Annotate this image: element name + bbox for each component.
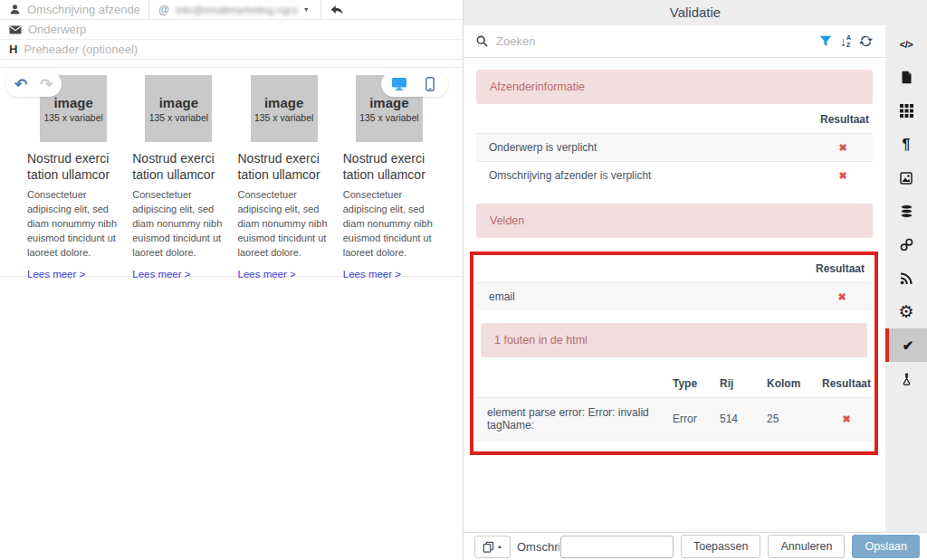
preview-column: image 135 x variabel Nostrud exerci tati… [238,75,330,281]
image-placeholder: image 135 x variabel [251,75,318,142]
gear-icon: ⚙ [898,301,913,322]
sender-email-redacted: info@emailmarketing.ngrai [176,5,298,15]
chevron-down-icon[interactable]: ▾ [304,5,308,14]
undo-button[interactable]: ↶ [11,74,31,94]
search-icon [476,35,488,47]
flask-icon [901,373,913,385]
save-button[interactable]: Opslaan [852,535,920,558]
file-icon [901,71,913,84]
preview-column: image 135 x variabel Nostrud exerci tati… [132,75,225,281]
column-heading: Nostrud exerci tation ullamcor [27,151,119,183]
filter-icon[interactable] [819,35,832,47]
image-placeholder-size: 135 x variabel [254,112,313,123]
toolbar-item-test[interactable] [885,362,927,395]
fail-icon: ✖ [812,291,872,303]
toolbar-item-image[interactable] [885,161,927,195]
device-toggle [381,71,448,97]
read-more-link[interactable]: Lees meer > [343,269,401,280]
read-more-link[interactable]: Lees meer > [27,269,85,280]
column-heading: Nostrud exerci tation ullamcor [238,151,330,183]
description-input[interactable] [560,536,674,558]
error-table-row: element parse error: Error: invalid tagN… [476,397,872,441]
column-heading: Nostrud exerci tation ullamcor [343,151,435,183]
toolbar-item-grid[interactable] [885,94,927,128]
read-more-link[interactable]: Lees meer > [238,269,296,280]
preheader-input[interactable] [24,43,454,56]
envelope-icon [9,25,22,34]
validation-row: email ✖ [476,282,872,310]
subject-input[interactable] [28,23,454,36]
validation-row-label: Omschrijving afzender is verplicht [489,169,813,182]
sender-email-select[interactable]: @ info@emailmarketing.ngrai ▾ [149,0,321,19]
toolbar-item-validation[interactable]: ✔ [885,328,927,362]
col-result-header: Resultaat [821,377,872,390]
apply-button[interactable]: Toepassen [681,535,760,558]
preview-columns: image 135 x variabel Nostrud exerci tati… [0,75,463,281]
reply-address-button[interactable] [321,0,353,19]
email-editor-app: @ info@emailmarketing.ngrai ▾ H [0,0,927,560]
code-icon: </> [900,39,913,50]
refresh-icon[interactable] [859,34,873,48]
copy-dropdown-button[interactable]: ▲ [474,536,511,558]
rss-icon [900,272,913,285]
desktop-view-button[interactable] [389,74,409,94]
sender-description-input[interactable] [27,3,139,16]
banner-fields: Velden [476,204,873,238]
read-more-link[interactable]: Lees meer > [132,269,190,280]
column-body: Consectetuer adipiscing elit, sed diam n… [132,188,225,261]
preheader-h-icon: H [9,43,17,56]
sort-az-icon[interactable]: ↓ AZ [840,34,851,49]
column-body: Consectetuer adipiscing elit, sed diam n… [27,188,119,261]
description-label: Omschrijvin [517,540,559,554]
search-input[interactable] [496,34,811,48]
preview-column: image 135 x variabel Nostrud exerci tati… [343,75,435,281]
error-message: element parse error: Error: invalid tagN… [476,406,673,432]
error-column-number: 25 [767,413,821,425]
banner-html-errors: 1 fouten in de html [481,323,867,357]
image-placeholder-size: 135 x variabel [43,112,102,123]
toolbar-item-link[interactable] [885,228,927,261]
image-placeholder-size: 135 x variabel [359,112,418,123]
error-table: Type Rij Kolom Resultaat element parse e… [476,370,872,441]
toolbar-item-document[interactable] [885,61,927,94]
validation-results: Afzenderinformatie Resultaat Onderwerp i… [464,58,885,532]
preheader-row: H [0,40,463,60]
column-body: Consectetuer adipiscing elit, sed diam n… [343,188,435,261]
annotation-highlight-box: Resultaat email ✖ 1 fouten in de html Ty… [470,252,878,455]
at-icon: @ [158,4,169,16]
fail-icon: ✖ [813,142,873,154]
fail-icon: ✖ [813,170,873,182]
image-placeholder-label: image [159,95,198,110]
validation-row: Onderwerp is verplicht ✖ [476,133,873,161]
toolbar-item-paragraph[interactable]: ¶ [885,128,927,161]
toolbar-item-database[interactable] [885,195,927,228]
check-icon: ✔ [903,337,914,354]
error-row-number: 514 [720,413,767,425]
image-placeholder: image 135 x variabel [145,75,212,142]
toolbar-item-settings[interactable]: ⚙ [885,295,927,328]
mobile-view-button[interactable] [420,74,440,94]
error-type: Error [673,413,720,425]
sender-description-field[interactable] [0,0,149,19]
history-controls: ↶ ↷ [5,71,62,97]
result-column-header: Resultaat [476,255,872,282]
copy-icon [483,541,494,553]
sender-row: @ info@emailmarketing.ngrai ▾ [0,0,463,20]
template-preview: ↶ ↷ image 135 x variabel Nostrud exerci [0,67,463,277]
image-placeholder-size: 135 x variabel [149,112,208,123]
footer-bar: ▲ Omschrijvin Toepassen Annuleren Opslaa… [464,532,927,560]
redo-button[interactable]: ↷ [36,74,56,94]
col-row-header: Rij [720,377,767,390]
toolbar-item-code[interactable]: </> [885,27,927,61]
image-icon [900,172,913,185]
grid-icon [900,104,913,118]
database-icon [900,204,913,218]
cancel-button[interactable]: Annuleren [768,535,845,558]
image-placeholder-label: image [53,95,92,110]
subject-field[interactable] [0,20,463,39]
preheader-field[interactable]: H [0,40,463,59]
banner-sender-info: Afzenderinformatie [476,70,873,104]
col-type-header: Type [673,377,720,390]
preview-column: image 135 x variabel Nostrud exerci tati… [27,75,119,281]
toolbar-item-rss[interactable] [885,261,927,295]
